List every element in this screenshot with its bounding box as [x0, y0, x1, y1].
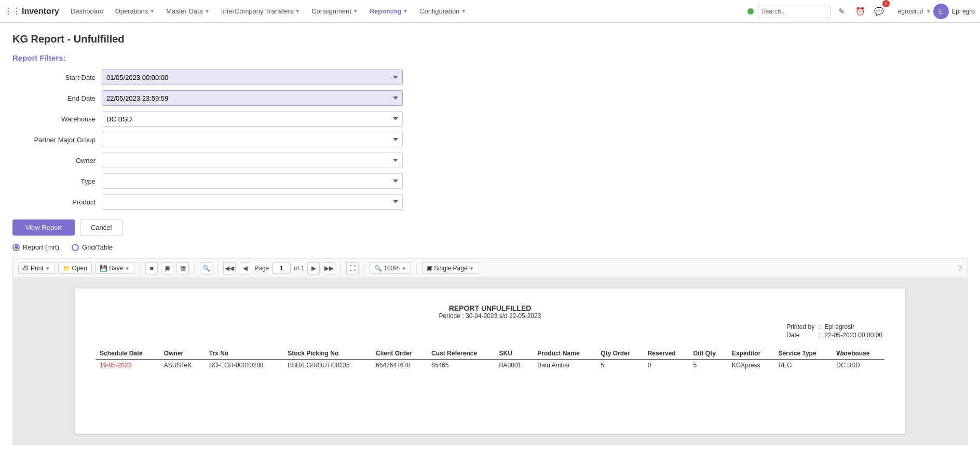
type-label: Type — [12, 177, 96, 185]
view-report-button[interactable]: View Report — [12, 219, 75, 236]
end-date-select[interactable]: 22/05/2023 23:59:59 — [102, 90, 403, 106]
first-page-btn[interactable]: ◀◀ — [223, 262, 236, 274]
nav-configuration-label: Configuration — [419, 7, 459, 15]
radio-grid-table-circle — [72, 244, 79, 251]
filter-row-end-date: End Date 22/05/2023 23:59:59 — [12, 90, 428, 106]
nav-reporting-label: Reporting — [370, 7, 401, 15]
fullscreen-btn[interactable]: ⛶ — [346, 262, 359, 274]
last-page-btn[interactable]: ▶▶ — [323, 262, 335, 274]
col-trx-no: Trx No — [205, 348, 283, 360]
page-mode-btn[interactable]: ▣ Single Page ▼ — [422, 263, 479, 274]
duplicate-icon-btn[interactable]: ▦ — [176, 262, 189, 274]
save-arrow: ▼ — [125, 266, 130, 271]
col-warehouse: Warehouse — [832, 348, 884, 360]
report-title-block: REPORT UNFULFILLED Periode : 30-04-2023 … — [96, 304, 884, 320]
avatar-initials: E — [939, 8, 943, 15]
filter-form: Start Date 01/05/2023 00:00:00 End Date … — [12, 70, 428, 210]
help-icon[interactable]: ? — [958, 264, 962, 272]
zoom-label: 100% — [384, 265, 400, 272]
nav-reporting[interactable]: Reporting ▼ — [364, 5, 413, 17]
radio-report-mrt-label: Report (mrt) — [23, 243, 59, 251]
zoom-arrow: ▼ — [401, 266, 406, 271]
nav-configuration[interactable]: Configuration ▼ — [414, 5, 471, 17]
cell-product-name: Batu Ambar — [533, 360, 596, 371]
search-icon-btn[interactable]: 🔍 — [200, 262, 212, 274]
filter-row-owner: Owner — [12, 153, 428, 168]
nav-configuration-arrow: ▼ — [461, 8, 466, 14]
nav-intercompany[interactable]: InterCompany Transfers ▼ — [216, 5, 305, 17]
notification-badge: 1 — [882, 0, 890, 7]
report-meta: Printed by : Epi egrosir Date : 22-05-20… — [96, 323, 884, 339]
product-wrap — [102, 194, 428, 210]
product-select[interactable] — [102, 194, 403, 210]
report-period-value: 30-04-2023 s/d 22-05-2023 — [466, 312, 541, 320]
col-expeditor: Expeditor — [728, 348, 774, 360]
cell-warehouse: DC BSD — [832, 360, 884, 371]
nav-masterdata[interactable]: Master Data ▼ — [161, 5, 215, 17]
copy-icon-btn[interactable]: ■ — [145, 262, 158, 274]
cell-owner: ASUSTeK — [160, 360, 205, 371]
edit-icon[interactable]: ✎ — [835, 4, 849, 19]
type-select[interactable] — [102, 173, 403, 189]
notification-wrapper: 💬 1 — [872, 4, 894, 19]
nav-search-input[interactable] — [758, 5, 831, 18]
filters-label: Report Filters: — [12, 53, 968, 62]
toolbar-sep-1 — [140, 263, 140, 273]
print-button[interactable]: 🖶 Print ▼ — [18, 263, 55, 274]
col-service-type: Service Type — [774, 348, 832, 360]
filter-row-start-date: Start Date 01/05/2023 00:00:00 — [12, 70, 428, 85]
topnav-right: ✎ ⏰ 💬 1 egrosir.id ▼ E Epi egro — [747, 4, 975, 19]
type-wrap — [102, 173, 428, 189]
cell-sku: BA0001 — [495, 360, 534, 371]
print-icon: 🖶 — [23, 265, 29, 272]
cancel-button[interactable]: Cancel — [80, 219, 122, 236]
nav-operations-label: Operations — [115, 7, 148, 15]
user-domain: egrosir.id — [898, 8, 923, 15]
save-button[interactable]: 💾 Save ▼ — [95, 263, 134, 274]
toolbar-sep-2 — [194, 263, 195, 273]
report-table-header-row: Schedule Date Owner Trx No Stock Picking… — [96, 348, 884, 360]
radio-grid-table-label: Grid/Table — [82, 243, 113, 251]
page-input[interactable] — [272, 263, 291, 274]
page-mode-arrow: ▼ — [469, 266, 474, 271]
paste-icon-btn[interactable]: ▣ — [161, 262, 173, 274]
open-button[interactable]: 📁 Open — [58, 263, 92, 274]
col-product-name: Product Name — [533, 348, 596, 360]
end-date-label: End Date — [12, 94, 96, 102]
nav-consignment[interactable]: Consignment ▼ — [306, 5, 363, 17]
nav-masterdata-label: Master Data — [166, 7, 203, 15]
grid-menu-icon[interactable]: ⋮⋮ — [5, 4, 20, 19]
prev-page-btn[interactable]: ◀ — [239, 262, 251, 274]
nav-consignment-arrow: ▼ — [353, 8, 358, 14]
cell-diff-qty: 5 — [689, 360, 728, 371]
cell-service-type: REG — [774, 360, 832, 371]
clock-icon[interactable]: ⏰ — [853, 4, 868, 19]
brand-name: Inventory — [22, 7, 59, 16]
warehouse-select[interactable]: DC BSD — [102, 111, 403, 127]
printed-by-label: Printed by — [784, 323, 816, 331]
next-page-btn[interactable]: ▶ — [307, 262, 320, 274]
main-nav: Dashboard Operations ▼ Master Data ▼ Int… — [65, 5, 745, 17]
owner-select[interactable] — [102, 153, 403, 168]
radio-grid-table[interactable]: Grid/Table — [72, 243, 113, 251]
col-stock-picking-no: Stock Picking No — [283, 348, 372, 360]
zoom-btn[interactable]: 🔍 100% ▼ — [370, 263, 411, 274]
nav-operations[interactable]: Operations ▼ — [110, 5, 160, 17]
filter-row-type: Type — [12, 173, 428, 189]
owner-wrap — [102, 153, 428, 168]
page-mode-label: Single Page — [434, 265, 468, 272]
nav-dashboard[interactable]: Dashboard — [65, 5, 109, 17]
start-date-label: Start Date — [12, 74, 96, 81]
partner-major-group-select[interactable] — [102, 132, 403, 147]
start-date-select[interactable]: 01/05/2023 00:00:00 — [102, 70, 403, 85]
product-label: Product — [12, 198, 96, 206]
report-table: Schedule Date Owner Trx No Stock Picking… — [96, 348, 884, 371]
action-row: View Report Cancel — [12, 215, 968, 236]
report-meta-table: Printed by : Epi egrosir Date : 22-05-20… — [784, 323, 884, 339]
filter-row-partner-major-group: Partner Major Group — [12, 132, 428, 147]
radio-report-mrt[interactable]: Report (mrt) — [12, 243, 59, 251]
user-dropdown-arrow: ▼ — [925, 8, 931, 14]
user-menu[interactable]: egrosir.id ▼ E Epi egro — [898, 4, 975, 19]
nav-consignment-label: Consignment — [311, 7, 351, 15]
col-client-order: Client Order — [372, 348, 427, 360]
